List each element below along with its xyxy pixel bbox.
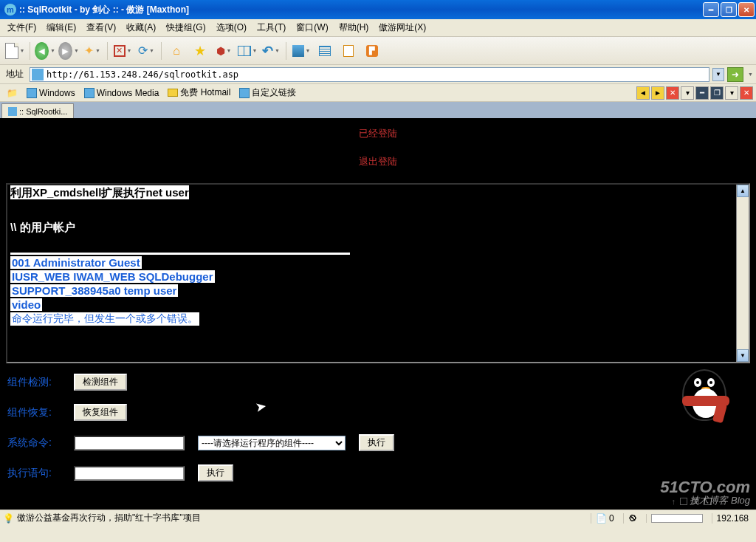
menu-groups[interactable]: 快捷组(G) (162, 20, 210, 35)
watermark-icons: ↑简 (672, 495, 712, 507)
split-view-icon (238, 46, 251, 56)
tools-icon (292, 45, 304, 57)
window-title: :: SqlRootkit - by 剑心 :: - 傲游 [Maxthon] (19, 4, 703, 16)
bulb-icon: 💡 (3, 513, 14, 524)
star-icon: ✦ (84, 44, 94, 58)
address-dropdown[interactable]: ▼ (712, 68, 724, 81)
maximize-button[interactable]: ❐ (721, 2, 737, 17)
cmd-result: 命令运行完毕，但发生一个或多个错误。 (10, 312, 199, 326)
link-windows[interactable]: Windows (23, 86, 79, 100)
menu-view[interactable]: 查看(V) (82, 20, 120, 35)
side-btn-2[interactable]: ► (651, 86, 664, 100)
close-button[interactable]: ✕ (738, 2, 755, 17)
progress-bar (651, 514, 703, 523)
component-check-button[interactable]: 检测组件 (74, 374, 127, 391)
address-label: 地址 (3, 68, 27, 80)
home-button[interactable]: ⌂ (166, 41, 187, 61)
sidebar-controls: ◄ ► ✕ ▾ ━ ❐ ▾ ✕ (636, 86, 753, 100)
side-btn-3[interactable]: ✕ (666, 86, 679, 100)
side-btn-1[interactable]: ◄ (636, 86, 650, 100)
menu-tools[interactable]: 工具(T) (252, 20, 290, 35)
link-label: 免费 Hotmail (180, 86, 230, 99)
user-row-1: 001 Administrator Guest (10, 256, 142, 269)
page-icon (27, 88, 37, 98)
minimize-button[interactable]: ━ (703, 2, 719, 17)
toolbar: ▼ ◄▼ ►▼ ✦▼ ✕▼ ⟳▼ ⌂ ★ ⬢▼ ▼ ↶▼ ▼ ▛ (0, 37, 756, 65)
favorites-button[interactable]: ★ (190, 41, 210, 61)
favorites-home-button[interactable]: ✦▼ (82, 41, 103, 61)
menu-help[interactable]: 帮助(H) (334, 20, 374, 35)
menu-favorites[interactable]: 收藏(A) (122, 20, 160, 35)
link-label: Windows (39, 88, 75, 98)
new-tab-button[interactable]: ▼ (4, 41, 25, 61)
exec-stmt-input[interactable] (74, 466, 185, 481)
refresh-button[interactable]: ⟳▼ (136, 41, 157, 61)
system-cmd-input[interactable] (74, 436, 185, 450)
side-btn-4[interactable]: ▾ (681, 86, 694, 100)
groups-button[interactable]: ⬢▼ (213, 41, 234, 61)
status-count: 0 (609, 513, 614, 524)
statusbar: 💡 傲游公益基金再次行动，捐助"红十字书库"项目 📄0 🛇 192.168 (0, 510, 756, 526)
execute-stmt-button[interactable]: 执行 (198, 464, 233, 481)
menu-maxthon[interactable]: 傲游网址(X) (374, 20, 430, 35)
linksbar: 📁 Windows Windows Media 免费 Hotmail 自定义链接… (0, 84, 756, 102)
component-restore-button[interactable]: 恢复组件 (74, 404, 127, 421)
back-button[interactable]: ◄▼ (35, 41, 55, 61)
home-icon: ⌂ (173, 44, 180, 58)
tab-title: :: SqlRootki... (19, 107, 67, 116)
frame-scrollbar[interactable]: ▲ ▼ (736, 185, 749, 362)
separator (107, 42, 108, 60)
menubar: 文件(F) 编辑(E) 查看(V) 收藏(A) 快捷组(G) 选项(O) 工具(… (0, 19, 756, 37)
doc-icon: 📄 (596, 513, 607, 524)
accounts-label: \\ 的用户帐户 (10, 221, 746, 235)
mail-icon (168, 89, 178, 97)
go-dropdown[interactable]: ▼ (748, 72, 753, 77)
rss-button[interactable]: ▛ (362, 41, 382, 61)
component-select[interactable]: ----请选择运行程序的组件---- (198, 436, 346, 450)
go-button[interactable]: ➜ (727, 67, 743, 82)
menu-options[interactable]: 选项(O) (212, 20, 251, 35)
separator (161, 42, 162, 60)
undo-button[interactable]: ↶▼ (261, 41, 281, 61)
forward-button[interactable]: ►▼ (58, 41, 79, 61)
scroll-down-button[interactable]: ▼ (737, 349, 749, 362)
address-input[interactable] (47, 69, 707, 80)
side-btn-6[interactable]: ❐ (710, 86, 724, 100)
side-btn-8[interactable]: ✕ (740, 86, 753, 100)
popup-icon: 🛇 (628, 513, 637, 524)
logout-link[interactable]: 退出登陆 (359, 156, 397, 167)
link-custom[interactable]: 自定义链接 (236, 85, 300, 100)
page-icon (84, 88, 94, 98)
user-row-2: IUSR_WEB IWAM_WEB SQLDebugger (10, 270, 215, 283)
tools-button[interactable]: ▼ (291, 41, 312, 61)
split-button[interactable]: ▼ (237, 41, 258, 61)
addressbar: 地址 ▼ ➜ ▼ (0, 65, 756, 84)
links-folder[interactable]: 📁 (3, 86, 21, 100)
scroll-up-button[interactable]: ▲ (737, 185, 749, 197)
list-icon (319, 46, 331, 56)
list-button[interactable] (315, 41, 335, 61)
login-status: 已经登陆 (3, 121, 753, 146)
execute-cmd-button[interactable]: 执行 (359, 434, 394, 451)
menu-edit[interactable]: 编辑(E) (42, 20, 80, 35)
form-section: 组件检测: 检测组件 组件恢复: 恢复组件 系统命令: ----请选择运行程序的… (3, 366, 753, 502)
qq-penguin-icon[interactable] (675, 369, 734, 436)
stop-button[interactable]: ✕▼ (112, 41, 133, 61)
edit-button[interactable] (338, 41, 359, 61)
menu-file[interactable]: 文件(F) (3, 20, 41, 35)
address-input-wrap[interactable] (30, 67, 709, 82)
side-btn-5[interactable]: ━ (695, 86, 709, 100)
link-label: Windows Media (97, 88, 159, 98)
command-title: 利用XP_cmdshell扩展执行net user (10, 185, 189, 199)
side-btn-7[interactable]: ▾ (725, 86, 738, 100)
link-hotmail[interactable]: 免费 Hotmail (164, 85, 234, 100)
page-icon (239, 88, 250, 98)
separator (286, 42, 286, 60)
menu-window[interactable]: 窗口(W) (292, 20, 332, 35)
user-row-3: SUPPORT_388945a0 temp user (10, 284, 178, 297)
tab-sqlrootkit[interactable]: :: SqlRootki... (1, 103, 74, 118)
exec-stmt-label: 执行语句: (7, 467, 61, 480)
refresh-icon: ⟳ (138, 44, 148, 58)
app-icon: m (4, 4, 16, 16)
link-windows-media[interactable]: Windows Media (80, 86, 163, 100)
